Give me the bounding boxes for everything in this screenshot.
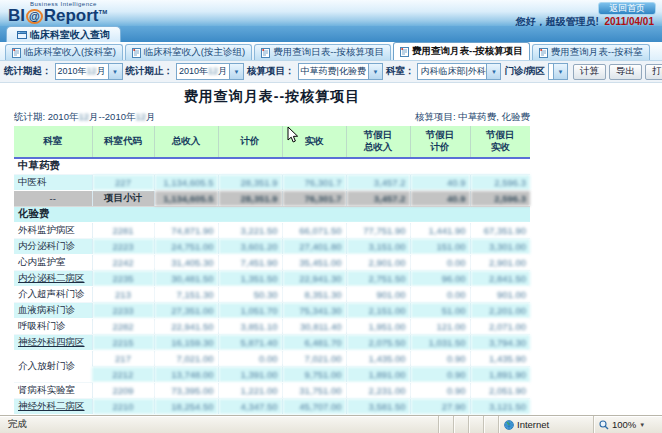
dept-cell: 心内监护室	[14, 254, 92, 270]
group-row: 中草药费	[14, 158, 530, 175]
dept-label: 科室：	[386, 65, 415, 78]
dept-cell: 呼吸科门诊	[14, 318, 92, 334]
dept-select[interactable]: 内科临床部|外科临床部 ▼	[417, 63, 501, 80]
chevron-down-icon[interactable]: ▼	[108, 64, 122, 79]
clinic-label: 门诊/病区	[504, 65, 545, 78]
zoom-control[interactable]: 100% ▼	[593, 416, 662, 433]
value-cell: 901.00	[346, 286, 410, 302]
value-cell: 1,891.00	[346, 366, 410, 382]
value-cell: 75,341.30	[282, 302, 346, 318]
chevron-down-icon[interactable]: ▼	[553, 64, 567, 79]
tab-label: 费用查询月表--按核算项目	[412, 45, 523, 58]
group-label: 化验费	[14, 206, 530, 222]
dept-cell: 中医科	[14, 174, 92, 190]
table-row: 呼吸科门诊228222,941.503,851.1030,811.401,951…	[14, 318, 530, 334]
home-button[interactable]: 返回首页	[598, 2, 656, 15]
value-cell: 28,351.9	[218, 174, 282, 190]
app-window: Business Intelligence BI@ReportTM 返回首页 您…	[0, 0, 662, 433]
value-cell: 2,151.00	[346, 302, 410, 318]
table-row: 内分泌科门诊222324,751.003,601.2027,401.803,15…	[14, 238, 530, 254]
value-cell: 3,581.50	[346, 398, 410, 414]
module-tab-income-query[interactable]: 临床科室收入查询	[6, 26, 121, 42]
report-tab-1[interactable]: 临床科室收入(按主诊组)	[125, 44, 252, 60]
value-cell: 24,751.00	[154, 238, 218, 254]
globe-icon	[504, 420, 514, 430]
value-cell: 0.00	[410, 254, 470, 270]
action-button-2[interactable]: 打印	[645, 64, 662, 80]
tab-label: 费用查询月表--按科室	[551, 46, 643, 59]
status-pane	[438, 416, 453, 433]
value-cell: 6,481.70	[282, 334, 346, 350]
column-header: 科室	[14, 126, 92, 158]
value-cell: 67,351.90	[470, 222, 530, 238]
item-select[interactable]: 中草药费|化验费 ▼	[298, 63, 383, 80]
document-icon	[12, 48, 21, 58]
module-icon	[17, 30, 27, 40]
table-row: 内分泌科二病区223530,481.501,351.5022,941.302,7…	[14, 270, 530, 286]
column-header: 节假日 实收	[470, 126, 530, 158]
action-button-1[interactable]: 导出	[609, 64, 642, 80]
table-row: 血液病科门诊223327,351.001,051.7075,341.302,15…	[14, 302, 530, 318]
value-cell: 3,457.2	[346, 190, 410, 206]
value-cell: 0.00	[410, 286, 470, 302]
value-cell: 2,051.90	[470, 382, 530, 398]
at-icon: @	[26, 9, 43, 24]
report-tab-2[interactable]: 费用查询日表--按核算项目	[254, 44, 391, 60]
value-cell: 2,751.50	[346, 270, 410, 286]
chevron-down-icon[interactable]: ▼	[368, 64, 382, 79]
value-cell: 73,395.00	[154, 382, 218, 398]
value-cell: 2,901.00	[346, 254, 410, 270]
code-cell: 2223	[92, 238, 154, 254]
chevron-down-icon[interactable]: ▼	[486, 64, 500, 79]
document-icon	[261, 48, 270, 58]
value-cell: 2,231.00	[346, 382, 410, 398]
status-text: 完成	[0, 418, 438, 431]
code-cell: 2242	[92, 254, 154, 270]
dept-cell[interactable]: 内分泌科二病区	[14, 270, 92, 286]
column-header: 实收	[282, 126, 346, 158]
report-tab-0[interactable]: 临床科室收入(按科室)	[5, 44, 123, 60]
chevron-down-icon[interactable]: ▼	[639, 422, 645, 428]
value-cell: 30,811.40	[282, 318, 346, 334]
value-cell: 66,071.50	[282, 222, 346, 238]
value-cell: 0.90	[410, 382, 470, 398]
column-header: 节假日 总收入	[346, 126, 410, 158]
status-pane	[453, 416, 468, 433]
value-cell: 40.9	[410, 174, 470, 190]
code-cell: 2235	[92, 270, 154, 286]
report-subheader: 统计期: 2010年12月--2010年12月 核算项目: 中草药费, 化验费	[14, 111, 530, 124]
period-start-label: 统计期起：	[4, 65, 52, 78]
period-end-select[interactable]: 2010年12月 ▼	[176, 63, 244, 80]
period-start-select[interactable]: 2010年12月 ▼	[55, 63, 123, 80]
value-cell: 16,159.30	[154, 334, 218, 350]
column-header: 总收入	[154, 126, 218, 158]
subtotal-label: 项目小计	[92, 190, 154, 206]
value-cell: 5,871.40	[218, 334, 282, 350]
action-button-0[interactable]: 计算	[573, 64, 606, 80]
zoom-level: 100%	[612, 419, 636, 430]
clinic-select[interactable]: ▼	[548, 63, 568, 80]
value-cell: 40.9	[410, 190, 470, 206]
value-cell: 3,221.50	[218, 222, 282, 238]
column-header: 节假日 计价	[410, 126, 470, 158]
dept-cell[interactable]: 神经外科四病区	[14, 334, 92, 350]
period-start-value: 2010年12月	[56, 64, 108, 79]
value-cell: 50.30	[218, 286, 282, 302]
report-tab-3[interactable]: 费用查询月表--按核算项目	[393, 42, 530, 60]
value-cell: 7,451.90	[218, 254, 282, 270]
period-summary: 统计期: 2010年12月--2010年12月	[14, 111, 156, 124]
value-cell: 7,021.00	[154, 350, 218, 366]
document-icon	[539, 48, 548, 58]
report-title: 费用查询月表--按核算项目	[14, 88, 530, 106]
item-label: 核算项目：	[247, 65, 295, 78]
chevron-down-icon[interactable]: ▼	[229, 64, 243, 79]
report-tab-4[interactable]: 费用查询月表--按科室	[532, 44, 650, 60]
filter-bar: 统计期起： 2010年12月 ▼ 统计期止： 2010年12月 ▼ 核算项目： …	[0, 61, 662, 83]
item-summary: 核算项目: 中草药费, 化验费	[415, 111, 530, 124]
value-cell: 1,391.00	[218, 366, 282, 382]
table-row: 肾病科实验室220973,395.001,221.0031,751.002,23…	[14, 382, 530, 398]
value-cell: 76,301.7	[282, 174, 346, 190]
value-cell: 1,051.70	[218, 302, 282, 318]
dept-cell[interactable]: 神经外科二病区	[14, 398, 92, 414]
value-cell: 901.00	[470, 286, 530, 302]
